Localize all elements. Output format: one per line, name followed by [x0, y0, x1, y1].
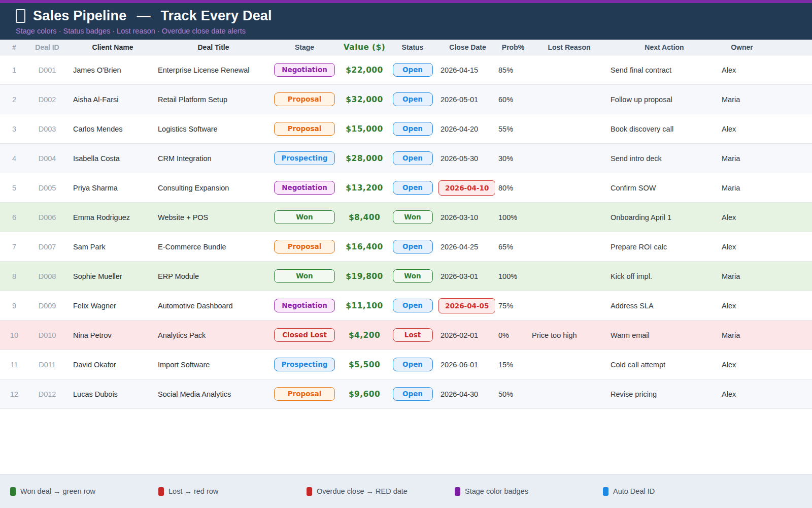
legend-label: Overdue close → RED date [317, 487, 408, 495]
header-feature-list: Stage colors · Status badges · Lost reas… [16, 27, 812, 35]
close-date-cell: 2026-04-15 [436, 66, 495, 74]
probability: 0% [495, 331, 528, 339]
deal-value: $13,200 [340, 183, 389, 193]
table-row[interactable]: 7D007Sam ParkE-Commerce BundleProposal$1… [0, 232, 812, 262]
probability: 80% [495, 184, 528, 192]
deal-value: $28,000 [340, 154, 389, 163]
stage-badge: Proposal [274, 387, 335, 401]
stage-cell: Proposal [269, 122, 340, 136]
legend-color-swatch [10, 487, 16, 496]
legend-label: Won deal → green row [20, 487, 95, 495]
stage-badge: Negotiation [274, 63, 335, 77]
next-action: Cold call attempt [606, 361, 718, 369]
client-name: James O'Brien [66, 66, 152, 74]
row-number: 10 [0, 331, 28, 339]
close-date-cell: 2026-04-25 [436, 243, 495, 251]
column-header-lost-reason: Lost Reason [528, 43, 606, 51]
owner: Alex [718, 302, 762, 310]
deal-title: Automotive Dashboard [152, 302, 269, 310]
deal-title: ERP Module [152, 272, 269, 280]
status-badge: Open [393, 63, 433, 77]
legend-item: Auto Deal ID [603, 487, 751, 496]
stage-badge: Negotiation [274, 299, 335, 312]
row-number: 5 [0, 184, 28, 192]
deal-id: D008 [28, 272, 66, 280]
legend-item: Stage color badges [455, 487, 603, 496]
deal-id: D009 [28, 302, 66, 310]
stage-badge: Prospecting [274, 151, 335, 165]
status-cell: Open [389, 151, 436, 165]
table-row[interactable]: 3D003Carlos MendesLogistics SoftwareProp… [0, 114, 812, 144]
deal-title: Social Media Analytics [152, 390, 269, 398]
owner: Alex [718, 213, 762, 221]
table-row[interactable]: 2D002Aisha Al-FarsiRetail Platform Setup… [0, 85, 812, 114]
status-cell: Won [389, 269, 436, 283]
table-row[interactable]: 10D010Nina PetrovAnalytics PackClosed Lo… [0, 321, 812, 350]
stage-cell: Prospecting [269, 151, 340, 165]
table-row[interactable]: 12D012Lucas DuboisSocial Media Analytics… [0, 379, 812, 409]
client-name: Sam Park [66, 243, 152, 251]
table-row[interactable]: 9D009Felix WagnerAutomotive DashboardNeg… [0, 291, 812, 321]
row-number: 7 [0, 243, 28, 251]
next-action: Onboarding April 1 [606, 213, 718, 221]
deal-id: D001 [28, 66, 66, 74]
next-action: Revise pricing [606, 390, 718, 398]
table-row[interactable]: 1D001James O'BrienEnterprise License Ren… [0, 55, 812, 85]
legend-item: Lost → red row [158, 487, 307, 496]
probability: 15% [495, 361, 528, 369]
status-cell: Open [389, 181, 436, 195]
deal-title: Enterprise License Renewal [152, 66, 269, 74]
deal-title: Analytics Pack [152, 331, 269, 339]
probability: 60% [495, 96, 528, 104]
table-row[interactable]: 5D005Priya SharmaConsulting ExpansionNeg… [0, 173, 812, 203]
table-row[interactable]: 4D004Isabella CostaCRM IntegrationProspe… [0, 144, 812, 173]
deal-value: $8,400 [340, 213, 389, 222]
table-row[interactable]: 11D011David OkaforImport SoftwareProspec… [0, 350, 812, 379]
stage-cell: Proposal [269, 240, 340, 253]
deal-title: E-Commerce Bundle [152, 243, 269, 251]
probability: 30% [495, 154, 528, 163]
status-cell: Open [389, 299, 436, 312]
column-header-client-name: Client Name [66, 43, 152, 51]
status-cell: Open [389, 387, 436, 401]
close-date-cell: 2026-04-05 [436, 298, 495, 313]
close-date-cell: 2026-04-20 [436, 125, 495, 133]
row-number: 3 [0, 125, 28, 133]
table-row[interactable]: 8D008Sophie MuellerERP ModuleWon$19,800W… [0, 262, 812, 291]
deal-value: $15,000 [340, 124, 389, 134]
status-cell: Open [389, 63, 436, 77]
next-action: Kick off impl. [606, 272, 718, 280]
close-date-cell: 2026-05-30 [436, 154, 495, 163]
deal-title: Import Software [152, 361, 269, 369]
close-date-cell: 2026-03-10 [436, 213, 495, 221]
owner: Maria [718, 272, 762, 280]
overdue-date-badge: 2026-04-10 [438, 180, 495, 196]
stage-badge: Won [274, 269, 335, 283]
stage-cell: Proposal [269, 92, 340, 106]
client-name: Priya Sharma [66, 184, 152, 192]
deal-value: $11,100 [340, 301, 389, 310]
stage-cell: Prospecting [269, 358, 340, 371]
status-cell: Open [389, 358, 436, 371]
owner: Alex [718, 390, 762, 398]
stage-cell: Negotiation [269, 181, 340, 195]
deal-value: $32,000 [340, 95, 389, 104]
stage-badge: Closed Lost [274, 328, 335, 342]
stage-badge: Negotiation [274, 181, 335, 195]
status-badge: Open [393, 387, 433, 401]
close-date-cell: 2026-03-01 [436, 272, 495, 280]
column-header-next-action: Next Action [606, 43, 718, 51]
deal-value: $4,200 [340, 331, 389, 340]
owner: Alex [718, 66, 762, 74]
client-name: Carlos Mendes [66, 125, 152, 133]
next-action: Prepare ROI calc [606, 243, 718, 251]
overdue-date-badge: 2026-04-05 [438, 298, 495, 313]
probability: 100% [495, 272, 528, 280]
client-name: Felix Wagner [66, 302, 152, 310]
column-header-status: Status [389, 43, 436, 51]
owner: Alex [718, 361, 762, 369]
deal-id: D002 [28, 96, 66, 104]
page-title: Sales Pipeline [33, 8, 126, 24]
table-row[interactable]: 6D006Emma RodriguezWebsite + POSWon$8,40… [0, 203, 812, 232]
deal-title: Website + POS [152, 213, 269, 221]
